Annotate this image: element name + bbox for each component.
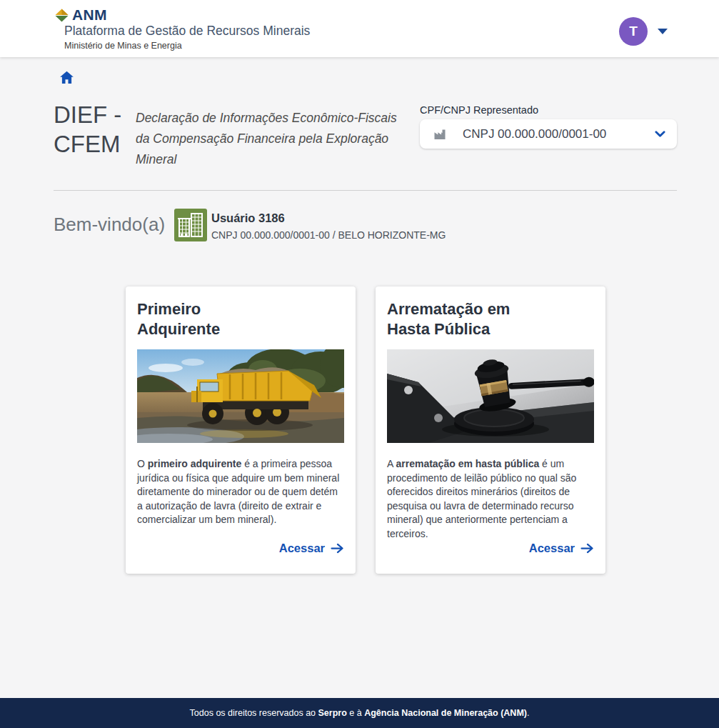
anm-diamond-icon xyxy=(55,9,69,22)
avatar-caret-down-icon[interactable] xyxy=(658,29,668,34)
hasta-publica-card: Arrematação em Hasta Pública xyxy=(376,286,605,574)
footer-text: Todos os direitos reservados ao Serpro e… xyxy=(190,708,530,718)
card-text-prefix: O xyxy=(137,458,148,469)
footer-prefix: Todos os direitos reservados ao xyxy=(190,708,318,718)
represented-select[interactable]: CNPJ 00.000.000/0001-00 xyxy=(420,119,677,149)
company-building-icon xyxy=(174,209,207,244)
platform-title: Plataforma de Gestão de Recursos Minerai… xyxy=(64,24,310,39)
footer-suffix: . xyxy=(527,708,529,718)
card-title: Arrematação em Hasta Pública xyxy=(387,299,510,339)
acessar-link-hasta-publica[interactable]: Acessar xyxy=(529,542,594,555)
card-text-bold: arrematação em hasta pública xyxy=(396,458,539,469)
welcome-greeting: Bem-vindo(a) xyxy=(54,214,165,236)
app-header: ANM Plataforma de Gestão de Recursos Min… xyxy=(0,0,719,57)
anm-logo[interactable]: ANM xyxy=(55,6,107,24)
welcome-user-name: Usuário 3186 xyxy=(211,211,285,225)
page-title: DIEF - CFEM xyxy=(54,100,121,159)
card-text-bold: primeiro adquirente xyxy=(148,458,241,469)
card-text-prefix: A xyxy=(387,458,396,469)
section-divider xyxy=(54,190,677,191)
app-footer: Todos os direitos reservados ao Serpro e… xyxy=(0,698,719,728)
breadcrumb-home-button[interactable] xyxy=(59,70,75,86)
dief-cfem-page: ANM Plataforma de Gestão de Recursos Min… xyxy=(0,0,719,728)
factory-icon xyxy=(433,127,447,141)
page-description: Declaração de Informações Econômico-Fisc… xyxy=(136,108,408,170)
anm-logo-text: ANM xyxy=(72,6,107,24)
acessar-label: Acessar xyxy=(279,542,325,555)
auction-gavel-photo xyxy=(387,349,594,443)
card-text-rest: é um procedimento de leilão público no q… xyxy=(387,458,576,539)
chevron-down-icon xyxy=(655,131,665,138)
footer-middle: e à xyxy=(347,708,364,718)
card-text: A arrematação em hasta pública é um proc… xyxy=(387,457,593,541)
card-title: Primeiro Adquirente xyxy=(137,299,220,339)
represented-label: CPF/CNPJ Representado xyxy=(420,104,538,116)
primeiro-adquirente-card: Primeiro Adquirente xyxy=(126,286,356,574)
ministry-subtitle: Ministério de Minas e Energia xyxy=(64,41,182,51)
mining-truck-photo xyxy=(137,349,344,443)
arrow-right-icon xyxy=(331,543,344,554)
represented-value: CNPJ 00.000.000/0001-00 xyxy=(463,127,606,141)
footer-anm: Agência Nacional de Mineração (ANM) xyxy=(364,708,527,718)
card-text: O primeiro adquirente é a primeira pesso… xyxy=(137,457,343,527)
home-icon xyxy=(59,70,74,85)
acessar-link-primeiro-adquirente[interactable]: Acessar xyxy=(279,542,344,555)
welcome-user-detail: CNPJ 00.000.000/0001-00 / BELO HORIZONTE… xyxy=(211,229,446,241)
footer-serpro: Serpro xyxy=(318,708,347,718)
arrow-right-icon xyxy=(580,543,594,554)
acessar-label: Acessar xyxy=(529,542,575,555)
user-avatar[interactable]: T xyxy=(619,17,648,46)
